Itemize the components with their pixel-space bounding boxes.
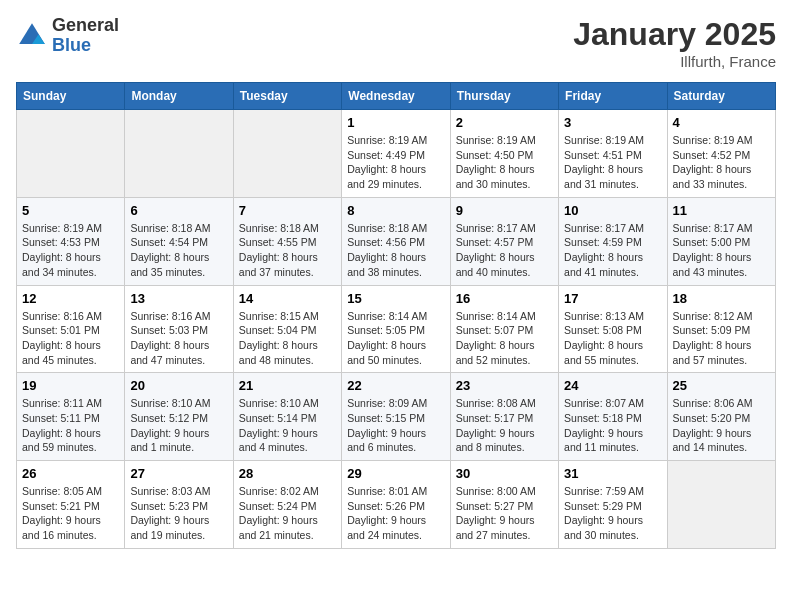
header-thursday: Thursday [450,83,558,110]
day-info: Sunrise: 8:16 AM Sunset: 5:03 PM Dayligh… [130,309,227,368]
week-row-4: 26Sunrise: 8:05 AM Sunset: 5:21 PM Dayli… [17,461,776,549]
day-cell: 28Sunrise: 8:02 AM Sunset: 5:24 PM Dayli… [233,461,341,549]
week-row-0: 1Sunrise: 8:19 AM Sunset: 4:49 PM Daylig… [17,110,776,198]
day-number: 28 [239,466,336,481]
day-cell: 30Sunrise: 8:00 AM Sunset: 5:27 PM Dayli… [450,461,558,549]
day-info: Sunrise: 8:19 AM Sunset: 4:51 PM Dayligh… [564,133,661,192]
logo: General Blue [16,16,119,56]
day-number: 13 [130,291,227,306]
day-number: 2 [456,115,553,130]
day-info: Sunrise: 8:17 AM Sunset: 4:57 PM Dayligh… [456,221,553,280]
day-cell: 23Sunrise: 8:08 AM Sunset: 5:17 PM Dayli… [450,373,558,461]
day-number: 30 [456,466,553,481]
day-cell: 12Sunrise: 8:16 AM Sunset: 5:01 PM Dayli… [17,285,125,373]
day-number: 23 [456,378,553,393]
logo-general: General [52,16,119,36]
day-info: Sunrise: 8:06 AM Sunset: 5:20 PM Dayligh… [673,396,770,455]
day-cell: 31Sunrise: 7:59 AM Sunset: 5:29 PM Dayli… [559,461,667,549]
day-number: 25 [673,378,770,393]
day-number: 4 [673,115,770,130]
header-wednesday: Wednesday [342,83,450,110]
day-cell: 29Sunrise: 8:01 AM Sunset: 5:26 PM Dayli… [342,461,450,549]
day-number: 29 [347,466,444,481]
day-cell: 19Sunrise: 8:11 AM Sunset: 5:11 PM Dayli… [17,373,125,461]
day-info: Sunrise: 8:17 AM Sunset: 5:00 PM Dayligh… [673,221,770,280]
day-cell: 16Sunrise: 8:14 AM Sunset: 5:07 PM Dayli… [450,285,558,373]
day-info: Sunrise: 8:05 AM Sunset: 5:21 PM Dayligh… [22,484,119,543]
week-row-3: 19Sunrise: 8:11 AM Sunset: 5:11 PM Dayli… [17,373,776,461]
day-info: Sunrise: 8:19 AM Sunset: 4:50 PM Dayligh… [456,133,553,192]
day-cell [125,110,233,198]
page-header: General Blue January 2025 Illfurth, Fran… [16,16,776,70]
day-info: Sunrise: 8:19 AM Sunset: 4:53 PM Dayligh… [22,221,119,280]
day-cell: 25Sunrise: 8:06 AM Sunset: 5:20 PM Dayli… [667,373,775,461]
calendar-header-row: SundayMondayTuesdayWednesdayThursdayFrid… [17,83,776,110]
day-number: 19 [22,378,119,393]
title-block: January 2025 Illfurth, France [573,16,776,70]
day-info: Sunrise: 8:17 AM Sunset: 4:59 PM Dayligh… [564,221,661,280]
day-cell: 10Sunrise: 8:17 AM Sunset: 4:59 PM Dayli… [559,197,667,285]
day-cell: 17Sunrise: 8:13 AM Sunset: 5:08 PM Dayli… [559,285,667,373]
day-info: Sunrise: 8:10 AM Sunset: 5:14 PM Dayligh… [239,396,336,455]
day-info: Sunrise: 8:19 AM Sunset: 4:49 PM Dayligh… [347,133,444,192]
day-cell: 6Sunrise: 8:18 AM Sunset: 4:54 PM Daylig… [125,197,233,285]
day-info: Sunrise: 8:02 AM Sunset: 5:24 PM Dayligh… [239,484,336,543]
header-saturday: Saturday [667,83,775,110]
day-info: Sunrise: 8:18 AM Sunset: 4:56 PM Dayligh… [347,221,444,280]
day-info: Sunrise: 8:12 AM Sunset: 5:09 PM Dayligh… [673,309,770,368]
month-title: January 2025 [573,16,776,53]
day-number: 15 [347,291,444,306]
day-cell: 3Sunrise: 8:19 AM Sunset: 4:51 PM Daylig… [559,110,667,198]
day-info: Sunrise: 8:11 AM Sunset: 5:11 PM Dayligh… [22,396,119,455]
day-cell: 2Sunrise: 8:19 AM Sunset: 4:50 PM Daylig… [450,110,558,198]
day-info: Sunrise: 8:19 AM Sunset: 4:52 PM Dayligh… [673,133,770,192]
day-info: Sunrise: 8:10 AM Sunset: 5:12 PM Dayligh… [130,396,227,455]
day-info: Sunrise: 8:00 AM Sunset: 5:27 PM Dayligh… [456,484,553,543]
day-number: 5 [22,203,119,218]
day-number: 9 [456,203,553,218]
day-number: 24 [564,378,661,393]
day-number: 3 [564,115,661,130]
day-cell: 26Sunrise: 8:05 AM Sunset: 5:21 PM Dayli… [17,461,125,549]
day-number: 11 [673,203,770,218]
week-row-1: 5Sunrise: 8:19 AM Sunset: 4:53 PM Daylig… [17,197,776,285]
logo-icon [16,20,48,52]
day-cell: 11Sunrise: 8:17 AM Sunset: 5:00 PM Dayli… [667,197,775,285]
week-row-2: 12Sunrise: 8:16 AM Sunset: 5:01 PM Dayli… [17,285,776,373]
day-number: 31 [564,466,661,481]
day-cell [17,110,125,198]
day-info: Sunrise: 8:18 AM Sunset: 4:54 PM Dayligh… [130,221,227,280]
day-info: Sunrise: 8:13 AM Sunset: 5:08 PM Dayligh… [564,309,661,368]
day-number: 20 [130,378,227,393]
day-cell: 13Sunrise: 8:16 AM Sunset: 5:03 PM Dayli… [125,285,233,373]
day-info: Sunrise: 8:09 AM Sunset: 5:15 PM Dayligh… [347,396,444,455]
day-info: Sunrise: 8:18 AM Sunset: 4:55 PM Dayligh… [239,221,336,280]
day-number: 14 [239,291,336,306]
day-cell: 20Sunrise: 8:10 AM Sunset: 5:12 PM Dayli… [125,373,233,461]
header-tuesday: Tuesday [233,83,341,110]
header-monday: Monday [125,83,233,110]
day-cell: 18Sunrise: 8:12 AM Sunset: 5:09 PM Dayli… [667,285,775,373]
day-info: Sunrise: 8:16 AM Sunset: 5:01 PM Dayligh… [22,309,119,368]
location: Illfurth, France [573,53,776,70]
day-info: Sunrise: 8:03 AM Sunset: 5:23 PM Dayligh… [130,484,227,543]
day-cell: 14Sunrise: 8:15 AM Sunset: 5:04 PM Dayli… [233,285,341,373]
day-cell: 4Sunrise: 8:19 AM Sunset: 4:52 PM Daylig… [667,110,775,198]
day-cell: 8Sunrise: 8:18 AM Sunset: 4:56 PM Daylig… [342,197,450,285]
day-info: Sunrise: 8:08 AM Sunset: 5:17 PM Dayligh… [456,396,553,455]
day-cell [233,110,341,198]
calendar-table: SundayMondayTuesdayWednesdayThursdayFrid… [16,82,776,549]
day-cell: 9Sunrise: 8:17 AM Sunset: 4:57 PM Daylig… [450,197,558,285]
day-cell: 15Sunrise: 8:14 AM Sunset: 5:05 PM Dayli… [342,285,450,373]
day-number: 1 [347,115,444,130]
day-info: Sunrise: 8:01 AM Sunset: 5:26 PM Dayligh… [347,484,444,543]
header-sunday: Sunday [17,83,125,110]
day-number: 21 [239,378,336,393]
logo-blue: Blue [52,36,119,56]
header-friday: Friday [559,83,667,110]
day-info: Sunrise: 8:14 AM Sunset: 5:07 PM Dayligh… [456,309,553,368]
day-cell: 7Sunrise: 8:18 AM Sunset: 4:55 PM Daylig… [233,197,341,285]
day-info: Sunrise: 7:59 AM Sunset: 5:29 PM Dayligh… [564,484,661,543]
day-cell: 27Sunrise: 8:03 AM Sunset: 5:23 PM Dayli… [125,461,233,549]
day-info: Sunrise: 8:15 AM Sunset: 5:04 PM Dayligh… [239,309,336,368]
